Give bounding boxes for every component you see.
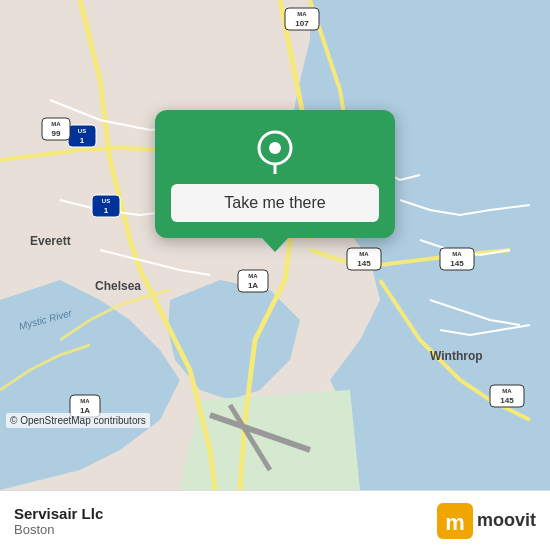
svg-text:1: 1 (104, 206, 109, 215)
svg-text:MA: MA (51, 121, 61, 127)
place-name: Servisair Llc (14, 505, 103, 522)
svg-text:99: 99 (52, 129, 61, 138)
svg-text:MA: MA (248, 273, 258, 279)
svg-point-36 (269, 142, 281, 154)
svg-text:MA: MA (502, 388, 512, 394)
svg-text:MA: MA (359, 251, 369, 257)
svg-text:107: 107 (295, 19, 309, 28)
svg-text:Winthrop: Winthrop (430, 349, 483, 363)
svg-text:MA: MA (80, 398, 90, 404)
svg-text:145: 145 (357, 259, 371, 268)
map-container: US 1 US 1 MA 99 MA 107 MA 1A MA 1A MA 1A… (0, 0, 550, 490)
moovit-text: moovit (477, 510, 536, 531)
svg-text:m: m (445, 510, 465, 535)
location-pin-icon (253, 130, 297, 174)
osm-attribution: © OpenStreetMap contributors (6, 413, 150, 428)
moovit-icon: m (437, 503, 473, 539)
svg-text:US: US (102, 198, 110, 204)
osm-attribution-text: © OpenStreetMap contributors (10, 415, 146, 426)
place-info: Servisair Llc Boston (14, 505, 103, 537)
svg-text:1A: 1A (248, 281, 258, 290)
svg-text:145: 145 (500, 396, 514, 405)
svg-text:1: 1 (80, 136, 85, 145)
svg-text:MA: MA (297, 11, 307, 17)
bottom-bar: Servisair Llc Boston m moovit (0, 490, 550, 550)
svg-text:145: 145 (450, 259, 464, 268)
svg-text:Everett: Everett (30, 234, 71, 248)
svg-text:US: US (78, 128, 86, 134)
svg-text:Chelsea: Chelsea (95, 279, 141, 293)
svg-text:MA: MA (452, 251, 462, 257)
moovit-logo: m moovit (437, 503, 536, 539)
take-me-there-button[interactable]: Take me there (171, 184, 379, 222)
place-city: Boston (14, 522, 103, 537)
popup-card: Take me there (155, 110, 395, 238)
